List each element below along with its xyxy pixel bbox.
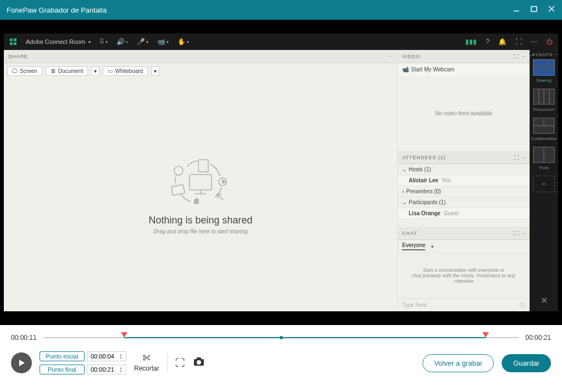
svg-rect-17	[197, 357, 201, 360]
trim-end-handle[interactable]	[482, 332, 489, 338]
chat-add-tab-icon[interactable]: ＋	[430, 243, 435, 250]
camera-icon[interactable]: 📹 ▾	[157, 38, 169, 46]
window-titlebar: FonePaw Grabador de Pantalla	[0, 0, 562, 20]
chat-more-icon[interactable]: ⋯	[522, 231, 525, 236]
layout-pods-thumb[interactable]	[533, 147, 555, 163]
layout-add-button[interactable]: ＋	[533, 176, 555, 192]
layout-sharing-label: Sharing	[536, 78, 552, 83]
layout-pods-label: Pods	[539, 165, 549, 170]
attendee-host-item[interactable]: Alistair LeeYou	[398, 175, 530, 186]
punto-inicial-label: Punto inicial	[40, 351, 85, 361]
video-more-icon[interactable]: ⋯	[522, 54, 525, 59]
timeline-start-time: 00:00:11	[11, 334, 37, 341]
recortar-button[interactable]: ✀ Recortar	[134, 354, 159, 372]
document-dropdown[interactable]: ▾	[91, 66, 99, 76]
svg-text:a: a	[194, 196, 199, 205]
video-panel-header: VIDEO ⛶ ⋯	[398, 50, 530, 63]
scissors-icon: ✀	[142, 354, 151, 363]
app-toolbar: Adobe Connect Room ▾ ⠿ ▾ 🔊 ▾ 🎤 ▾ 📹 ▾ ✋ ▾…	[4, 33, 558, 50]
layout-discussion-label: Discussion	[533, 107, 555, 112]
share-cycle-icon: a	[162, 155, 239, 210]
help-icon[interactable]: ?	[486, 38, 489, 46]
maximize-icon[interactable]	[530, 5, 538, 15]
timeline-end-time: 00:00:21	[525, 334, 551, 341]
volume-icon[interactable]: 🔊 ▾	[116, 38, 128, 46]
share-document-button[interactable]: 🗎 Document	[46, 66, 88, 76]
attendees-more-icon[interactable]: ⋯	[522, 155, 525, 160]
punto-final-label: Punto final	[40, 365, 85, 374]
window-controls	[513, 5, 555, 15]
participants-group[interactable]: ⌄ Participants (1)	[398, 197, 530, 208]
fullscreen-icon[interactable]: ⛶	[515, 38, 522, 46]
chat-expand-icon[interactable]: ⛶	[514, 231, 520, 236]
bell-icon[interactable]: 🔔	[498, 38, 507, 46]
playhead-icon[interactable]	[280, 336, 283, 339]
layout-collaboration-thumb[interactable]	[533, 117, 555, 134]
recorder-controls: 00:00:11 00:00:21 Punto inicial 00:00:04…	[0, 325, 562, 392]
punto-final-input[interactable]: 00:00:21▲▼	[87, 365, 126, 374]
attendees-panel-header: ATTENDEES (2) ⛶ ⋯	[398, 151, 530, 164]
svg-rect-4	[10, 38, 13, 41]
svg-rect-7	[14, 42, 16, 45]
svg-point-12	[174, 166, 183, 175]
power-icon[interactable]: ⏻	[546, 38, 553, 46]
chat-empty-message: Start a conversation with everyone or ch…	[398, 253, 530, 298]
share-empty-subtitle: Drag and drop file here to start sharing	[153, 228, 247, 234]
svg-rect-6	[10, 42, 13, 45]
hosts-group[interactable]: ⌄ Hosts (1)	[398, 164, 530, 175]
layout-discussion-thumb[interactable]	[533, 88, 555, 105]
chat-info-icon[interactable]: ⓘ	[520, 301, 525, 309]
window-title: FonePaw Grabador de Pantalla	[7, 6, 107, 14]
capture-area: Adobe Connect Room ▾ ⠿ ▾ 🔊 ▾ 🎤 ▾ 📹 ▾ ✋ ▾…	[0, 20, 562, 325]
attendees-expand-icon[interactable]: ⛶	[514, 155, 520, 160]
svg-rect-8	[190, 175, 212, 190]
chat-panel-header: CHAT ⛶ ⋯	[398, 227, 530, 240]
svg-rect-1	[531, 7, 537, 12]
snapshot-camera-icon[interactable]	[193, 357, 205, 369]
presenters-group[interactable]: › Presenters (0)	[398, 186, 530, 197]
more-icon[interactable]: ⋯	[531, 38, 537, 46]
share-empty-title: Nothing is being shared	[148, 215, 252, 226]
punto-inicial-input[interactable]: 00:00:04▲▼	[87, 351, 126, 361]
whiteboard-dropdown[interactable]: ▾	[151, 66, 159, 76]
layout-tool-icon[interactable]: ✕	[541, 295, 548, 306]
share-whiteboard-button[interactable]: ▭ Whiteboard	[103, 66, 148, 76]
start-webcam-button[interactable]: 📹 Start My Webcam	[398, 63, 530, 76]
share-screen-button[interactable]: 🖵 Screen	[7, 66, 42, 76]
play-button[interactable]	[11, 352, 32, 373]
chat-tab-everyone[interactable]: Everyone	[402, 242, 425, 250]
timeline-track[interactable]	[43, 332, 519, 343]
share-panel-header: SHARE ⋯	[4, 50, 397, 63]
grid-menu-icon[interactable]: ⠿ ▾	[99, 38, 108, 46]
volver-a-grabar-button[interactable]: Volver a grabar	[422, 354, 494, 372]
svg-rect-14	[171, 184, 185, 195]
share-empty-state: a Nothing is being shared Drag and drop …	[4, 79, 397, 311]
guardar-button[interactable]: Guardar	[502, 354, 551, 372]
layouts-more-icon[interactable]: ⋯	[554, 52, 559, 57]
svg-rect-5	[14, 38, 16, 41]
layout-sharing-thumb[interactable]	[533, 59, 555, 76]
mic-icon[interactable]: 🎤 ▾	[137, 38, 148, 46]
minimize-icon[interactable]	[513, 5, 520, 15]
fullscreen-tool-icon[interactable]: ⛶	[175, 357, 185, 369]
signal-icon: ▮▮▮	[465, 38, 477, 46]
layout-collaboration-label: Collaboration	[531, 136, 557, 141]
hand-icon[interactable]: ✋ ▾	[177, 38, 189, 46]
attendee-participant-item[interactable]: Lisa OrangeGuest	[398, 208, 530, 219]
layouts-header: LAYOUTS ⋯	[529, 52, 559, 57]
share-buttons-row: 🖵 Screen 🗎 Document ▾ ▭ Whiteboard ▾	[4, 63, 397, 79]
chat-input[interactable]: Type here ⓘ	[398, 298, 530, 311]
app-logo-icon	[9, 38, 17, 46]
share-more-icon[interactable]: ⋯	[387, 54, 393, 59]
video-expand-icon[interactable]: ⛶	[514, 54, 520, 59]
room-dropdown[interactable]: Adobe Connect Room ▾	[26, 38, 91, 45]
trim-start-handle[interactable]	[121, 332, 127, 338]
captured-app: Adobe Connect Room ▾ ⠿ ▾ 🔊 ▾ 🎤 ▾ 📹 ▾ ✋ ▾…	[3, 33, 559, 312]
svg-rect-11	[198, 160, 208, 172]
close-icon[interactable]	[548, 5, 555, 15]
svg-point-18	[197, 360, 201, 365]
no-video-message: No video feed available	[398, 76, 530, 151]
